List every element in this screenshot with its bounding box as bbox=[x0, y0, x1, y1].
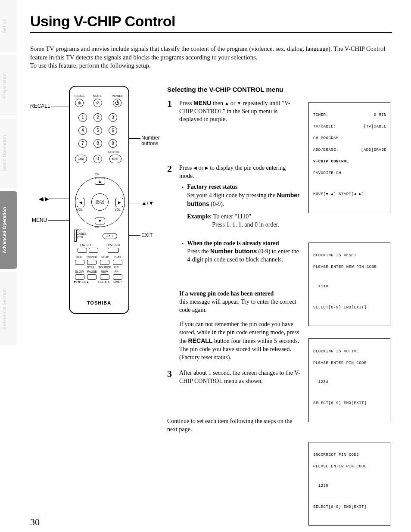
s3-text: After about 1 second, the screen changes… bbox=[179, 369, 301, 386]
osd1-r2b: [TV]CABLE bbox=[364, 124, 386, 130]
btn-tvvcr bbox=[87, 260, 97, 265]
s2b1-exlbl: Example: bbox=[187, 213, 212, 220]
btn-play bbox=[113, 260, 122, 265]
btn-mute: ⊘ bbox=[93, 99, 102, 107]
osd-reset: BLOCKING IS RESET PLEASE ENTER NEW PIN C… bbox=[308, 243, 390, 327]
lbl-tvvideo: TV/VIDEO bbox=[106, 243, 120, 246]
lbl-stop: STOP bbox=[101, 255, 109, 258]
osd1-r1a: TIMER: bbox=[313, 112, 328, 118]
tab-basic: Basic Operation bbox=[0, 119, 17, 188]
btn-recall: ⊕ bbox=[75, 99, 84, 107]
lbl-swap: SWAP bbox=[113, 280, 121, 283]
lbl-tvvcr: TV/VCR bbox=[86, 255, 97, 258]
lbl-still: STILL bbox=[87, 266, 95, 269]
osd3-code: 1234 bbox=[313, 380, 386, 386]
lbl-chrtn: CH RTN bbox=[105, 150, 122, 153]
s1-menu: MENU bbox=[193, 100, 211, 106]
btn-tvvideo bbox=[108, 248, 119, 253]
remote-diagram: RECALL Number buttons ◀/▶ ▲/▼ MENU EXIT … bbox=[30, 86, 159, 327]
intro-text: Some TV programs and movies include sign… bbox=[30, 45, 392, 70]
lbl-pipch: ▼PIP CH▲ bbox=[73, 280, 89, 283]
intro-span: Some TV programs and movies include sign… bbox=[30, 45, 385, 69]
lbl-recall: RECALL bbox=[73, 94, 85, 97]
s2-recall: RECALL bbox=[188, 337, 213, 344]
osd1-r3: CH PROGRAM bbox=[313, 136, 386, 142]
btn-stop bbox=[100, 260, 109, 265]
osd2-footer: SELECT[0-9] END[EXIT] bbox=[313, 305, 386, 311]
callout-menu: MENU bbox=[32, 217, 47, 223]
osd3-l1: BLOCKING IS ACTIVE bbox=[313, 349, 386, 355]
lbl-power: POWER bbox=[111, 94, 124, 97]
btn-ent: ENT bbox=[109, 155, 121, 163]
tab-advanced: Advanced Operation bbox=[0, 191, 17, 269]
btn-fav-down bbox=[78, 248, 87, 253]
lbl-favch: FAV CH bbox=[80, 243, 91, 246]
step2-bullet1: Factory reset status Set your 4 digit co… bbox=[182, 183, 301, 229]
s2-wrong-p2b: button four times within 5 seconds. bbox=[212, 338, 299, 344]
subheading: Selecting the V-CHIP CONTROL menu bbox=[167, 86, 301, 93]
btn-pause bbox=[87, 274, 97, 280]
osd1-r1b: 0 MIN bbox=[374, 112, 386, 118]
lbl-cable: CABLE bbox=[77, 232, 87, 235]
btn-vol-down: ◀ bbox=[77, 198, 84, 207]
lbl-pause: PAUSE bbox=[87, 270, 97, 273]
btn-slow bbox=[75, 274, 84, 280]
s1-b: then bbox=[211, 100, 224, 106]
btn-ch-down: ▼ bbox=[95, 218, 105, 224]
lbl-source: SOURCE bbox=[98, 266, 111, 269]
lbl-play: PLAY bbox=[114, 255, 121, 258]
section-tabs: Set up Preparation Basic Operation Advan… bbox=[0, 0, 17, 532]
btn-2: 2 bbox=[93, 113, 102, 122]
step1-num: 1 bbox=[167, 99, 175, 127]
btn-rec bbox=[75, 260, 84, 265]
s1-or: or bbox=[229, 100, 237, 106]
s2b1-extxt: To enter "1110" bbox=[212, 213, 251, 220]
osd2-code: 1110 bbox=[313, 284, 386, 290]
btn-5: 5 bbox=[93, 126, 102, 135]
s2b2-a: Press the bbox=[187, 248, 210, 255]
s2-wrong-p3: The pin code you have stored will be rel… bbox=[179, 345, 301, 362]
s2-or: or bbox=[197, 165, 205, 171]
btn-4: 4 bbox=[78, 126, 87, 135]
continue-note: Continue to set each item following the … bbox=[167, 417, 301, 434]
s2-right: ▶ bbox=[205, 165, 209, 170]
s2-a: Press bbox=[179, 165, 193, 171]
s1-down: ▼ bbox=[237, 101, 241, 106]
lbl-rec: REC bbox=[76, 255, 82, 258]
lbl-locate: LOCATE bbox=[98, 280, 110, 283]
lbl-brand: TOSHIBA bbox=[70, 300, 128, 305]
s2b1-l1: Set your 4 digit code by pressing the bbox=[187, 192, 277, 199]
btn-rew bbox=[100, 274, 109, 280]
btn-menu-enter: MENU/ ENTER bbox=[91, 193, 109, 211]
btn-9: 9 bbox=[109, 139, 117, 148]
s2b1-h: Factory reset status bbox=[187, 184, 237, 190]
btn-1: 1 bbox=[78, 113, 87, 122]
btn-0: 0 bbox=[93, 155, 102, 163]
btn-7: 7 bbox=[78, 139, 87, 148]
btn-ff bbox=[113, 274, 122, 280]
lbl-rew: REW bbox=[101, 270, 108, 273]
lbl-slow: SLOW bbox=[75, 270, 84, 273]
step2-bullet2: When the pin code is already stored Pres… bbox=[182, 240, 301, 264]
lbl-vol-l: VOL bbox=[77, 208, 83, 211]
osd1-r5: V-CHIP CONTROL bbox=[313, 159, 386, 165]
btn-power: ⏻ bbox=[113, 99, 121, 107]
lbl-ff: FF bbox=[115, 270, 118, 273]
remote-body: RECALL MUTE POWER ⊕ ⊘ ⏻ 1 2 3 4 5 6 7 8 … bbox=[69, 86, 129, 314]
s2b1-r: (0-9). bbox=[209, 201, 224, 207]
osd2-l2: PLEASE ENTER NEW PIN CODE bbox=[313, 264, 386, 271]
s2b2-h: When the pin code is already stored bbox=[187, 240, 279, 246]
osd3-l2: PLEASE ENTER PIN CODE bbox=[313, 361, 386, 367]
s2-wrong-p1: this message will appear. Try to enter t… bbox=[179, 298, 301, 314]
callout-left-right: ◀/▶ bbox=[39, 196, 49, 202]
callout-recall: RECALL bbox=[30, 103, 50, 109]
btn-100: 100 bbox=[75, 155, 87, 163]
lbl-mute: MUTE bbox=[91, 94, 103, 97]
btn-fav-up bbox=[89, 248, 98, 253]
btn-3: 3 bbox=[109, 113, 117, 122]
osd4-code: 1235 bbox=[313, 483, 386, 489]
osd-active: BLOCKING IS ACTIVE PLEASE ENTER PIN CODE… bbox=[308, 338, 390, 422]
step-1: 1 Press MENU then ▲ or ▼ repeatedly unti… bbox=[167, 99, 301, 127]
osd-incorrect: INCORRECT PIN CODE PLEASE ENTER PIN CODE… bbox=[308, 442, 390, 526]
btn-8: 8 bbox=[93, 139, 102, 148]
